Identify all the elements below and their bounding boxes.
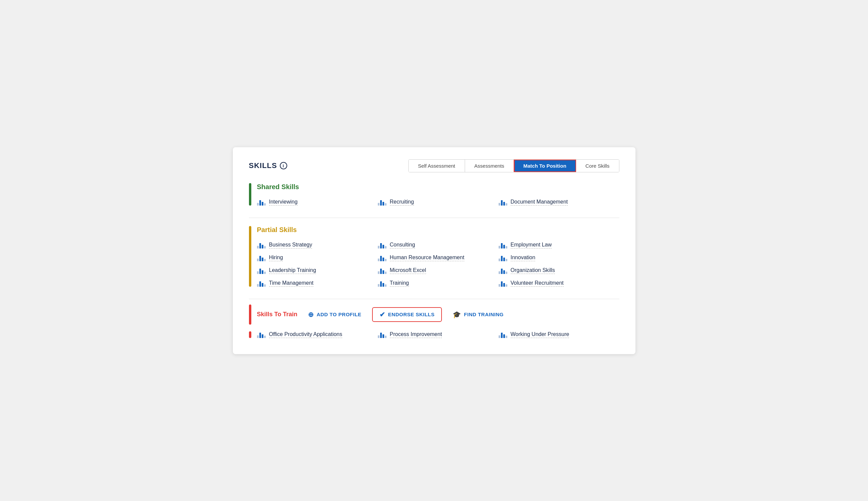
info-icon[interactable]: i (280, 162, 287, 169)
list-item[interactable]: Recruiting (378, 199, 499, 205)
skill-bar-icon (499, 199, 507, 205)
list-item[interactable]: Process Improvement (378, 331, 499, 338)
shared-skills-bar (249, 183, 251, 205)
tab-core-skills[interactable]: Core Skills (576, 160, 619, 172)
list-item[interactable]: Organization Skills (499, 267, 620, 274)
skill-name: Employment Law (511, 242, 552, 248)
find-training-button[interactable]: 🎓 FIND TRAINING (453, 311, 504, 318)
skill-bar-icon (378, 331, 387, 338)
list-item[interactable]: Document Management (499, 199, 620, 205)
list-item[interactable]: Training (378, 280, 499, 287)
skill-bar-icon (499, 267, 507, 274)
partial-skills-grid: Business StrategyConsultingEmployment La… (257, 242, 620, 287)
skill-bar-icon (257, 331, 266, 338)
find-training-label: FIND TRAINING (464, 311, 504, 317)
skill-name: Business Strategy (269, 242, 313, 248)
list-item[interactable]: Employment Law (499, 242, 620, 248)
skills-to-train-label: Skills To Train (257, 311, 298, 318)
skill-bar-icon (378, 267, 387, 274)
skill-bar-icon (499, 255, 507, 261)
list-item[interactable]: Time Management (257, 280, 378, 287)
skill-name: Time Management (269, 280, 314, 287)
list-item[interactable]: Consulting (378, 242, 499, 248)
skill-name: Leadership Training (269, 267, 316, 274)
list-item[interactable]: Business Strategy (257, 242, 378, 248)
skill-bar-icon (257, 255, 266, 261)
skill-name: Interviewing (269, 199, 298, 205)
tab-assessments[interactable]: Assessments (465, 160, 514, 172)
divider-2 (249, 299, 620, 299)
skill-bar-icon (378, 255, 387, 261)
skill-bar-icon (499, 331, 507, 338)
list-item[interactable]: Office Productivity Applications (257, 331, 378, 338)
skill-bar-icon (378, 242, 387, 248)
checkmark-circle-icon: ✔ (380, 311, 385, 318)
skill-bar-icon (257, 242, 266, 248)
shared-skills-grid: InterviewingRecruitingDocument Managemen… (257, 199, 620, 205)
skill-name: Document Management (511, 199, 568, 205)
skill-name: Recruiting (390, 199, 414, 205)
action-bar-left-bar (249, 305, 251, 324)
skill-bar-icon (378, 280, 387, 287)
action-bar: Skills To Train ⊕ ADD TO PROFILE ✔ ENDOR… (249, 307, 620, 322)
skill-name: Working Under Pressure (511, 331, 569, 338)
list-item[interactable]: Volunteer Recruitment (499, 280, 620, 287)
skill-bar-icon (499, 242, 507, 248)
tab-group: Self AssessmentAssessmentsMatch To Posit… (408, 159, 620, 172)
train-skills-grid: Office Productivity ApplicationsProcess … (257, 331, 620, 338)
skill-name: Process Improvement (390, 331, 442, 338)
skill-name: Microsoft Excel (390, 267, 426, 274)
skill-name: Office Productivity Applications (269, 331, 342, 338)
add-circle-icon: ⊕ (308, 311, 314, 318)
add-to-profile-label: ADD TO PROFILE (317, 311, 361, 317)
tab-match-to-position[interactable]: Match To Position (514, 160, 576, 172)
list-item[interactable]: Human Resource Management (378, 255, 499, 261)
tab-self-assessment[interactable]: Self Assessment (409, 160, 465, 172)
partial-skills-title: Partial Skills (257, 226, 620, 234)
shared-skills-section: Shared Skills InterviewingRecruitingDocu… (249, 183, 620, 205)
skill-name: Organization Skills (511, 267, 555, 274)
list-item[interactable]: Hiring (257, 255, 378, 261)
list-item[interactable]: Working Under Pressure (499, 331, 620, 338)
graduation-cap-icon: 🎓 (453, 311, 461, 318)
skill-bar-icon (257, 199, 266, 205)
list-item[interactable]: Microsoft Excel (378, 267, 499, 274)
skills-label: SKILLS (249, 161, 277, 170)
divider-1 (249, 217, 620, 218)
skill-bar-icon (257, 267, 266, 274)
endorse-skills-button[interactable]: ✔ ENDORSE SKILLS (372, 307, 442, 322)
header: SKILLS i Self AssessmentAssessmentsMatch… (249, 159, 620, 172)
skills-card: SKILLS i Self AssessmentAssessmentsMatch… (233, 147, 635, 354)
partial-skills-section: Partial Skills Business StrategyConsulti… (249, 226, 620, 287)
skill-bar-icon (257, 280, 266, 287)
skill-name: Consulting (390, 242, 415, 248)
train-skills-bar (249, 331, 251, 338)
shared-skills-title: Shared Skills (257, 183, 620, 191)
skills-title: SKILLS i (249, 161, 287, 170)
endorse-skills-label: ENDORSE SKILLS (388, 311, 435, 317)
list-item[interactable]: Innovation (499, 255, 620, 261)
partial-skills-bar (249, 226, 251, 287)
list-item[interactable]: Leadership Training (257, 267, 378, 274)
skill-name: Volunteer Recruitment (511, 280, 564, 287)
skill-name: Training (390, 280, 409, 287)
skill-name: Hiring (269, 255, 283, 261)
list-item[interactable]: Interviewing (257, 199, 378, 205)
skill-bar-icon (499, 280, 507, 287)
add-to-profile-button[interactable]: ⊕ ADD TO PROFILE (308, 311, 361, 318)
skill-bar-icon (378, 199, 387, 205)
skill-name: Innovation (511, 255, 536, 261)
skill-name: Human Resource Management (390, 255, 464, 261)
train-skills-section: Office Productivity ApplicationsProcess … (249, 331, 620, 338)
